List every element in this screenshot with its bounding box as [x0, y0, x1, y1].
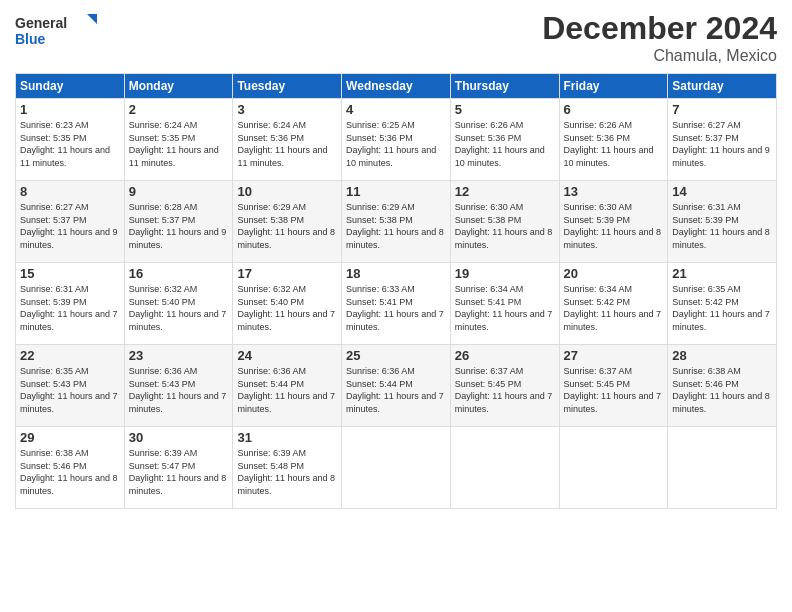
- day-info: Sunrise: 6:32 AM Sunset: 5:40 PM Dayligh…: [129, 283, 229, 333]
- logo: General Blue: [15, 10, 105, 54]
- calendar-table: Sunday Monday Tuesday Wednesday Thursday…: [15, 73, 777, 509]
- day-info: Sunrise: 6:33 AM Sunset: 5:41 PM Dayligh…: [346, 283, 446, 333]
- day-info: Sunrise: 6:29 AM Sunset: 5:38 PM Dayligh…: [346, 201, 446, 251]
- day-number: 4: [346, 102, 446, 117]
- calendar-week-1: 1 Sunrise: 6:23 AM Sunset: 5:35 PM Dayli…: [16, 99, 777, 181]
- day-number: 20: [564, 266, 664, 281]
- day-number: 17: [237, 266, 337, 281]
- calendar-cell: 13 Sunrise: 6:30 AM Sunset: 5:39 PM Dayl…: [559, 181, 668, 263]
- day-number: 11: [346, 184, 446, 199]
- day-info: Sunrise: 6:27 AM Sunset: 5:37 PM Dayligh…: [672, 119, 772, 169]
- day-info: Sunrise: 6:35 AM Sunset: 5:42 PM Dayligh…: [672, 283, 772, 333]
- day-number: 10: [237, 184, 337, 199]
- col-thursday: Thursday: [450, 74, 559, 99]
- day-info: Sunrise: 6:38 AM Sunset: 5:46 PM Dayligh…: [672, 365, 772, 415]
- calendar-cell: 28 Sunrise: 6:38 AM Sunset: 5:46 PM Dayl…: [668, 345, 777, 427]
- col-monday: Monday: [124, 74, 233, 99]
- calendar-cell: 19 Sunrise: 6:34 AM Sunset: 5:41 PM Dayl…: [450, 263, 559, 345]
- day-info: Sunrise: 6:34 AM Sunset: 5:42 PM Dayligh…: [564, 283, 664, 333]
- calendar-cell: [668, 427, 777, 509]
- calendar-cell: 12 Sunrise: 6:30 AM Sunset: 5:38 PM Dayl…: [450, 181, 559, 263]
- day-number: 1: [20, 102, 120, 117]
- day-number: 31: [237, 430, 337, 445]
- day-info: Sunrise: 6:26 AM Sunset: 5:36 PM Dayligh…: [564, 119, 664, 169]
- day-number: 26: [455, 348, 555, 363]
- day-number: 12: [455, 184, 555, 199]
- calendar-cell: 18 Sunrise: 6:33 AM Sunset: 5:41 PM Dayl…: [342, 263, 451, 345]
- day-info: Sunrise: 6:24 AM Sunset: 5:35 PM Dayligh…: [129, 119, 229, 169]
- day-number: 2: [129, 102, 229, 117]
- calendar-cell: 4 Sunrise: 6:25 AM Sunset: 5:36 PM Dayli…: [342, 99, 451, 181]
- day-number: 23: [129, 348, 229, 363]
- calendar-cell: 9 Sunrise: 6:28 AM Sunset: 5:37 PM Dayli…: [124, 181, 233, 263]
- col-tuesday: Tuesday: [233, 74, 342, 99]
- svg-marker-1: [87, 14, 97, 24]
- day-info: Sunrise: 6:36 AM Sunset: 5:43 PM Dayligh…: [129, 365, 229, 415]
- calendar-cell: 15 Sunrise: 6:31 AM Sunset: 5:39 PM Dayl…: [16, 263, 125, 345]
- col-sunday: Sunday: [16, 74, 125, 99]
- calendar-cell: 29 Sunrise: 6:38 AM Sunset: 5:46 PM Dayl…: [16, 427, 125, 509]
- day-info: Sunrise: 6:32 AM Sunset: 5:40 PM Dayligh…: [237, 283, 337, 333]
- day-number: 15: [20, 266, 120, 281]
- calendar-cell: 22 Sunrise: 6:35 AM Sunset: 5:43 PM Dayl…: [16, 345, 125, 427]
- day-info: Sunrise: 6:31 AM Sunset: 5:39 PM Dayligh…: [20, 283, 120, 333]
- svg-text:Blue: Blue: [15, 31, 46, 47]
- calendar-cell: 21 Sunrise: 6:35 AM Sunset: 5:42 PM Dayl…: [668, 263, 777, 345]
- day-number: 19: [455, 266, 555, 281]
- day-info: Sunrise: 6:38 AM Sunset: 5:46 PM Dayligh…: [20, 447, 120, 497]
- page: General Blue December 2024 Chamula, Mexi…: [0, 0, 792, 612]
- day-number: 24: [237, 348, 337, 363]
- day-number: 25: [346, 348, 446, 363]
- day-number: 9: [129, 184, 229, 199]
- calendar-cell: 24 Sunrise: 6:36 AM Sunset: 5:44 PM Dayl…: [233, 345, 342, 427]
- month-title: December 2024: [542, 10, 777, 47]
- day-info: Sunrise: 6:29 AM Sunset: 5:38 PM Dayligh…: [237, 201, 337, 251]
- calendar-cell: 25 Sunrise: 6:36 AM Sunset: 5:44 PM Dayl…: [342, 345, 451, 427]
- day-info: Sunrise: 6:25 AM Sunset: 5:36 PM Dayligh…: [346, 119, 446, 169]
- day-info: Sunrise: 6:36 AM Sunset: 5:44 PM Dayligh…: [237, 365, 337, 415]
- calendar-cell: 27 Sunrise: 6:37 AM Sunset: 5:45 PM Dayl…: [559, 345, 668, 427]
- location-title: Chamula, Mexico: [542, 47, 777, 65]
- calendar-cell: 5 Sunrise: 6:26 AM Sunset: 5:36 PM Dayli…: [450, 99, 559, 181]
- calendar-cell: 14 Sunrise: 6:31 AM Sunset: 5:39 PM Dayl…: [668, 181, 777, 263]
- day-number: 22: [20, 348, 120, 363]
- day-info: Sunrise: 6:37 AM Sunset: 5:45 PM Dayligh…: [455, 365, 555, 415]
- day-number: 30: [129, 430, 229, 445]
- calendar-cell: 23 Sunrise: 6:36 AM Sunset: 5:43 PM Dayl…: [124, 345, 233, 427]
- day-number: 29: [20, 430, 120, 445]
- calendar-week-4: 22 Sunrise: 6:35 AM Sunset: 5:43 PM Dayl…: [16, 345, 777, 427]
- day-info: Sunrise: 6:24 AM Sunset: 5:36 PM Dayligh…: [237, 119, 337, 169]
- day-info: Sunrise: 6:34 AM Sunset: 5:41 PM Dayligh…: [455, 283, 555, 333]
- day-info: Sunrise: 6:28 AM Sunset: 5:37 PM Dayligh…: [129, 201, 229, 251]
- day-number: 16: [129, 266, 229, 281]
- col-saturday: Saturday: [668, 74, 777, 99]
- svg-text:General: General: [15, 15, 67, 31]
- calendar-cell: 17 Sunrise: 6:32 AM Sunset: 5:40 PM Dayl…: [233, 263, 342, 345]
- col-friday: Friday: [559, 74, 668, 99]
- calendar-cell: 30 Sunrise: 6:39 AM Sunset: 5:47 PM Dayl…: [124, 427, 233, 509]
- day-info: Sunrise: 6:30 AM Sunset: 5:38 PM Dayligh…: [455, 201, 555, 251]
- calendar-week-2: 8 Sunrise: 6:27 AM Sunset: 5:37 PM Dayli…: [16, 181, 777, 263]
- calendar-cell: 31 Sunrise: 6:39 AM Sunset: 5:48 PM Dayl…: [233, 427, 342, 509]
- calendar-cell: 20 Sunrise: 6:34 AM Sunset: 5:42 PM Dayl…: [559, 263, 668, 345]
- calendar-cell: 7 Sunrise: 6:27 AM Sunset: 5:37 PM Dayli…: [668, 99, 777, 181]
- calendar-week-3: 15 Sunrise: 6:31 AM Sunset: 5:39 PM Dayl…: [16, 263, 777, 345]
- calendar-cell: 3 Sunrise: 6:24 AM Sunset: 5:36 PM Dayli…: [233, 99, 342, 181]
- day-info: Sunrise: 6:35 AM Sunset: 5:43 PM Dayligh…: [20, 365, 120, 415]
- day-number: 6: [564, 102, 664, 117]
- calendar-cell: 10 Sunrise: 6:29 AM Sunset: 5:38 PM Dayl…: [233, 181, 342, 263]
- day-number: 14: [672, 184, 772, 199]
- calendar-cell: 26 Sunrise: 6:37 AM Sunset: 5:45 PM Dayl…: [450, 345, 559, 427]
- day-number: 21: [672, 266, 772, 281]
- day-info: Sunrise: 6:30 AM Sunset: 5:39 PM Dayligh…: [564, 201, 664, 251]
- calendar-week-5: 29 Sunrise: 6:38 AM Sunset: 5:46 PM Dayl…: [16, 427, 777, 509]
- logo-icon: General Blue: [15, 10, 105, 50]
- day-info: Sunrise: 6:27 AM Sunset: 5:37 PM Dayligh…: [20, 201, 120, 251]
- calendar-cell: [450, 427, 559, 509]
- header: General Blue December 2024 Chamula, Mexi…: [15, 10, 777, 65]
- day-number: 28: [672, 348, 772, 363]
- day-number: 27: [564, 348, 664, 363]
- calendar-cell: [559, 427, 668, 509]
- calendar-cell: 11 Sunrise: 6:29 AM Sunset: 5:38 PM Dayl…: [342, 181, 451, 263]
- day-info: Sunrise: 6:39 AM Sunset: 5:48 PM Dayligh…: [237, 447, 337, 497]
